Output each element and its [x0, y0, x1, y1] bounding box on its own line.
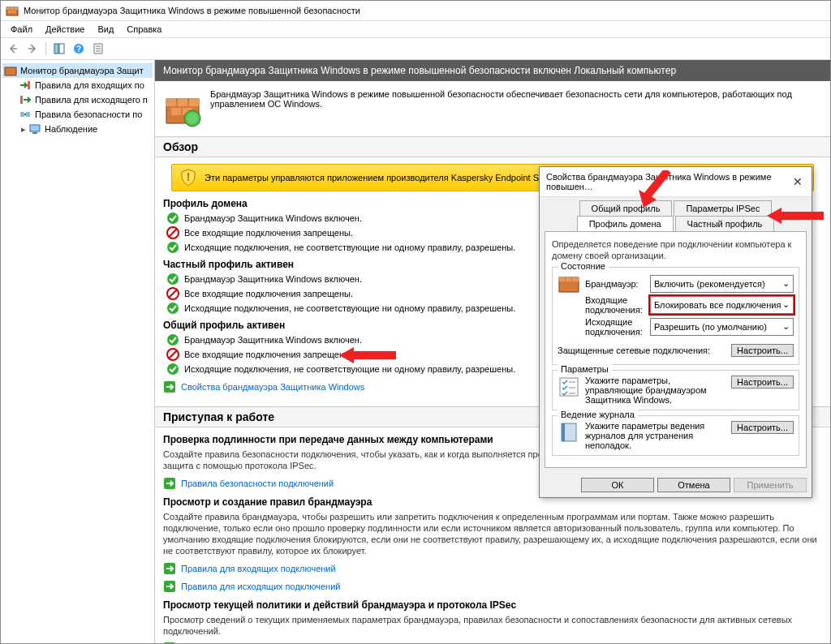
tree-monitoring-label: Наблюдение	[45, 124, 97, 134]
svg-rect-50	[566, 277, 571, 281]
svg-rect-26	[171, 108, 181, 115]
label-protected: Защищенные сетевые подключения:	[558, 346, 731, 355]
group-settings-title: Параметры	[558, 364, 612, 374]
chevron-down-icon: ⌄	[782, 299, 790, 310]
dialog-buttons: ОК Отмена Применить	[540, 473, 812, 497]
svg-rect-7	[59, 44, 64, 54]
svg-rect-15	[28, 81, 30, 89]
check-icon	[166, 241, 179, 254]
tab-ipsec[interactable]: Параметры IPSec	[674, 200, 772, 216]
configure-settings-button[interactable]: Настроить...	[731, 376, 794, 389]
tab-domain[interactable]: Профиль домена	[577, 216, 674, 231]
block-icon	[166, 348, 179, 361]
menu-file[interactable]: Файл	[4, 23, 39, 36]
settings-desc: Укажите параметры, управляющие брандмауэ…	[585, 376, 726, 405]
svg-line-33	[169, 229, 177, 237]
select-inbound[interactable]: Блокировать все подключения⌄	[650, 296, 794, 314]
chevron-down-icon: ⌄	[782, 321, 790, 332]
svg-rect-49	[559, 277, 565, 281]
nav-tree[interactable]: Монитор брандмауэра Защит Правила для вх…	[1, 60, 155, 643]
overview-title: Обзор	[155, 136, 830, 157]
group-logging: Ведение журнала Укажите параметры ведени…	[552, 415, 799, 456]
cancel-button[interactable]: Отмена	[657, 478, 730, 492]
tree-connsec[interactable]: Правила безопасности по	[17, 107, 153, 122]
content-header: Монитор брандмауэра Защитника Windows в …	[155, 60, 830, 81]
firewall-large-icon	[163, 89, 202, 128]
firewall-small-icon	[558, 273, 580, 295]
block-icon	[166, 226, 179, 239]
sec3-title: Просмотр текущей политики и действий бра…	[163, 599, 822, 611]
svg-line-37	[169, 290, 177, 298]
sec2-link1[interactable]: Правила для входящих подключений	[181, 564, 336, 573]
sec2-link2[interactable]: Правила для исходящих подключений	[181, 582, 340, 591]
sec1-link[interactable]: Правила безопасности подключений	[181, 479, 334, 488]
svg-rect-21	[32, 132, 37, 134]
menu-action[interactable]: Действие	[39, 23, 91, 36]
link-arrow-icon	[163, 562, 176, 575]
select-outbound[interactable]: Разрешить (по умолчанию)⌄	[650, 318, 794, 336]
tree-inbound[interactable]: Правила для входящих по	[17, 78, 153, 92]
firewall-root-icon	[4, 64, 17, 77]
svg-point-31	[167, 213, 179, 224]
check-icon	[166, 363, 179, 376]
tree-root[interactable]: Монитор брандмауэра Защит	[2, 63, 153, 78]
shield-warning-icon: !	[179, 168, 198, 187]
label-outbound: Исходящие подключения:	[585, 317, 650, 337]
svg-rect-51	[572, 277, 579, 281]
block-icon	[166, 287, 179, 300]
ok-button[interactable]: ОК	[581, 478, 654, 492]
tree-inbound-label: Правила для входящих по	[35, 80, 144, 90]
expand-icon[interactable]: ▸	[19, 124, 28, 135]
sec2-link2-row: Правила для исходящих подключений	[163, 580, 822, 593]
forward-button[interactable]	[24, 40, 41, 58]
log-desc: Укажите параметры ведения журналов для у…	[585, 421, 726, 450]
svg-rect-17	[20, 112, 24, 117]
sec3-link-row: Наблюдение	[163, 642, 822, 643]
tab-private[interactable]: Частный профиль	[675, 216, 775, 231]
tab-public[interactable]: Общий профиль	[579, 200, 673, 216]
menubar: Файл Действие Вид Справка	[1, 21, 830, 38]
dialog-tabs: Общий профиль Параметры IPSec Профиль до…	[540, 197, 812, 231]
svg-rect-5	[12, 11, 15, 13]
configure-log-button[interactable]: Настроить...	[731, 421, 794, 434]
svg-rect-4	[8, 11, 11, 13]
select-firewall[interactable]: Включить (рекомендуется)⌄	[650, 275, 794, 293]
check-icon	[166, 302, 179, 315]
menu-help[interactable]: Справка	[120, 23, 168, 36]
properties-button[interactable]	[89, 40, 107, 58]
toolbar-separator	[45, 42, 46, 55]
tree-monitoring[interactable]: ▸ Наблюдение	[17, 122, 153, 136]
svg-point-38	[167, 303, 179, 314]
svg-point-42	[167, 363, 179, 375]
configure-protected-button[interactable]: Настроить...	[731, 344, 794, 357]
intro-row: Брандмауэр Защитника Windows в режиме по…	[155, 81, 830, 136]
svg-text:?: ?	[76, 45, 81, 54]
firewall-props-link[interactable]: Свойства брандмауэра Защитника Windows	[181, 382, 364, 392]
help-button[interactable]: ?	[70, 40, 88, 58]
svg-rect-3	[15, 7, 18, 10]
svg-text:!: !	[187, 170, 191, 183]
dialog-desc: Определяется поведение при подключении к…	[552, 238, 799, 262]
menu-view[interactable]: Вид	[91, 23, 120, 36]
sec2-title: Просмотр и создание правил брандмауэра	[163, 496, 822, 508]
dialog-titlebar: Свойства брандмауэра Защитника Windows в…	[540, 167, 812, 197]
link-arrow-icon	[163, 642, 176, 643]
dialog-close-button[interactable]: ✕	[790, 175, 805, 188]
show-hide-tree-button[interactable]	[50, 40, 68, 58]
label-firewall: Брандмауэр:	[585, 279, 650, 289]
notebook-icon	[558, 421, 580, 444]
group-state-title: Состояние	[558, 261, 609, 271]
sec3-desc: Просмотр сведений о текущих применяемых …	[163, 614, 822, 638]
check-icon	[166, 333, 179, 346]
properties-dialog: Свойства брандмауэра Защитника Windows в…	[539, 166, 812, 498]
dialog-panel: Определяется поведение при подключении к…	[545, 231, 807, 468]
svg-rect-23	[166, 99, 176, 106]
outbound-icon	[19, 93, 32, 106]
titlebar: Монитор брандмауэра Защитника Windows в …	[1, 1, 830, 21]
chevron-down-icon: ⌄	[782, 278, 790, 289]
back-button[interactable]	[4, 40, 22, 58]
svg-point-39	[167, 334, 179, 346]
intro-text: Брандмауэр Защитника Windows в режиме по…	[210, 89, 822, 109]
tree-outbound[interactable]: Правила для исходящего п	[17, 92, 153, 107]
svg-point-34	[167, 242, 179, 253]
